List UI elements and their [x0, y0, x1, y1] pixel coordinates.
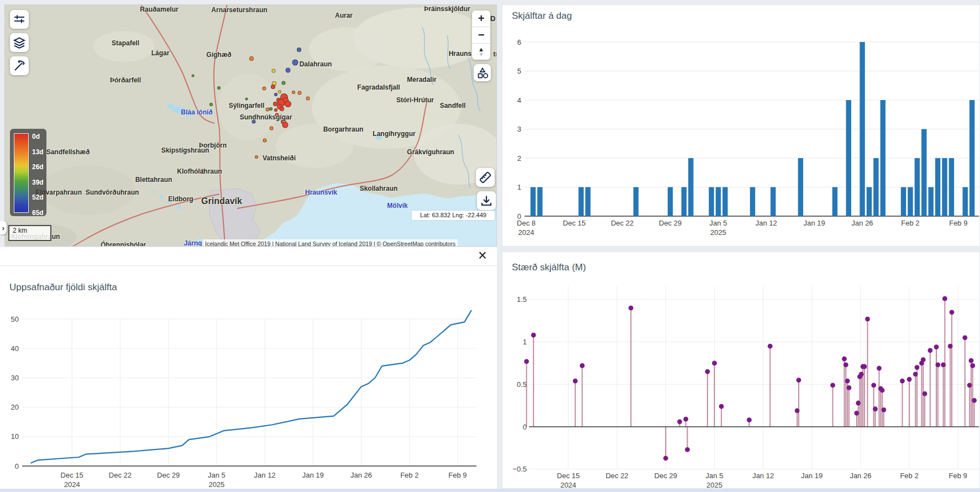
charts-header-bar: × — [0, 247, 497, 266]
map-shapes-button[interactable] — [474, 64, 491, 81]
earthquake-marker[interactable] — [217, 86, 221, 90]
map-place-label: Lágar — [151, 49, 170, 57]
line-chart-title: Uppsafnaður fjöldi skjálfta — [9, 282, 117, 293]
map-zoom-control: + − ▲ ▼ — [472, 11, 490, 60]
sidebar-expander[interactable]: › — [0, 221, 7, 234]
map-place-label: Vatnsheiði — [263, 154, 296, 162]
earthquake-marker[interactable] — [286, 68, 291, 73]
earthquake-marker[interactable] — [280, 107, 284, 111]
cumulative-quakes-panel: Uppsafnaður fjöldi skjálfta Dec 152024De… — [0, 265, 497, 489]
zoom-out-button[interactable]: − — [472, 27, 490, 44]
map-place-label: Grindavík — [201, 196, 242, 206]
earthquake-marker[interactable] — [192, 75, 195, 77]
map-place-label: Skollahraun — [360, 185, 398, 192]
svg-text:Jan 26: Jan 26 — [852, 219, 873, 227]
earthquake-marker[interactable] — [297, 48, 301, 52]
svg-text:Dec 29: Dec 29 — [157, 471, 180, 479]
map-place-label: Bláa lónið — [181, 108, 212, 116]
close-button[interactable]: × — [475, 248, 490, 263]
clipped-map-label: D — [490, 14, 495, 23]
earthquake-marker[interactable] — [245, 98, 248, 101]
earthquake-dashboard: RauðamelurArnarseturshraunAurarÞráinsskj… — [0, 0, 980, 492]
svg-text:Jan 26: Jan 26 — [350, 471, 372, 479]
svg-text:50: 50 — [11, 315, 19, 323]
map-place-label: Óbrennishólar — [101, 241, 146, 247]
svg-text:Jan 5: Jan 5 — [706, 472, 724, 480]
svg-text:Dec 29: Dec 29 — [654, 472, 677, 480]
pan-buttons[interactable]: ▲ ▼ — [472, 44, 490, 60]
svg-text:1: 1 — [517, 183, 521, 191]
legend-label: 26d — [32, 163, 44, 171]
earthquake-marker[interactable] — [263, 139, 267, 143]
map-eruption-tool-button[interactable] — [10, 56, 29, 75]
earthquake-marker[interactable] — [266, 108, 270, 112]
map-place-label: Eldborg — [168, 195, 193, 203]
map-place-label: Meradalir — [407, 76, 436, 83]
legend-label: 52d — [32, 193, 44, 201]
map-place-label: Grákvíguhraun — [407, 148, 454, 156]
daily-quakes-bar-chart[interactable]: 0123456Dec 82024Dec 15Dec 22Dec 29Jan 52… — [502, 5, 979, 246]
map-measure-button[interactable] — [476, 168, 495, 187]
svg-text:6: 6 — [517, 38, 521, 46]
legend-label: 39d — [32, 179, 44, 186]
pan-down-icon: ▼ — [478, 52, 484, 57]
ruler-icon — [479, 171, 492, 184]
map-place-label: Stóri-Hrútur — [396, 96, 434, 104]
svg-text:−0.5: −0.5 — [512, 465, 527, 473]
earthquake-marker[interactable] — [278, 90, 281, 93]
earthquake-marker[interactable] — [274, 108, 277, 112]
svg-text:Dec 15: Dec 15 — [557, 472, 580, 480]
svg-text:1.5: 1.5 — [517, 295, 527, 303]
earthquake-marker[interactable] — [209, 103, 213, 106]
svg-text:Feb 9: Feb 9 — [949, 219, 967, 227]
earthquake-marker[interactable] — [282, 81, 286, 85]
svg-text:2025: 2025 — [710, 228, 726, 237]
svg-text:Dec 29: Dec 29 — [659, 219, 682, 227]
earthquake-marker[interactable] — [274, 93, 277, 96]
earthquake-marker[interactable] — [292, 91, 295, 94]
earthquake-marker[interactable] — [269, 107, 272, 111]
svg-text:10: 10 — [11, 432, 19, 441]
earthquake-marker[interactable] — [270, 127, 274, 130]
earthquake-marker[interactable] — [272, 69, 276, 73]
earthquake-marker[interactable] — [271, 85, 275, 89]
legend-label: 0d — [32, 133, 40, 140]
svg-text:Jan 19: Jan 19 — [801, 472, 822, 480]
svg-text:Jan 5: Jan 5 — [208, 471, 226, 479]
map-place-label: Dalahraun — [300, 60, 332, 68]
legend-label: 13d — [32, 148, 44, 156]
svg-text:2024: 2024 — [560, 481, 577, 488]
earthquake-marker[interactable] — [285, 101, 291, 107]
map-layers-button[interactable] — [10, 33, 29, 52]
stem-chart-title: Stærð skjálfta (M) — [512, 262, 586, 273]
map-place-label: Hraunsvík — [305, 189, 337, 196]
magnitude-stem-chart[interactable]: Dec 152024Dec 22Dec 29Jan 52025Jan 12Jan… — [502, 252, 979, 488]
map-place-label: Sundhnúksgígar — [240, 113, 292, 121]
map-panel[interactable]: RauðamelurArnarseturshraunAurarÞráinsskj… — [4, 4, 497, 247]
cumulative-line-chart[interactable]: Dec 152024Dec 22Dec 29Jan 52025Jan 12Jan… — [0, 265, 497, 489]
earthquake-marker[interactable] — [263, 87, 266, 91]
earthquake-marker[interactable] — [273, 102, 277, 106]
svg-text:20: 20 — [11, 403, 19, 411]
colorbar-gradient — [14, 133, 29, 213]
svg-text:0.5: 0.5 — [517, 380, 527, 389]
earthquake-marker[interactable] — [249, 56, 254, 61]
map-place-label: Klofhólahraun — [177, 168, 222, 175]
map-download-button[interactable] — [477, 191, 496, 210]
earthquake-marker[interactable] — [255, 155, 258, 159]
svg-text:Jan 5: Jan 5 — [710, 219, 727, 227]
map-place-label: Sýlingarfell — [229, 102, 265, 109]
earthquake-marker[interactable] — [306, 97, 310, 101]
bottom-strip — [0, 489, 980, 492]
map-filter-button[interactable] — [10, 10, 29, 29]
svg-text:40: 40 — [11, 344, 19, 353]
map-place-label: Mölvík — [387, 202, 407, 210]
magnitude-panel: Stærð skjálfta (M) Dec 152024Dec 22Dec 2… — [502, 252, 980, 489]
zoom-in-button[interactable]: + — [472, 11, 490, 27]
map-place-label: tn — [493, 50, 497, 58]
map-place-label: Blettahraun — [135, 176, 172, 184]
earthquake-marker[interactable] — [298, 91, 302, 95]
earthquake-marker[interactable] — [282, 122, 289, 128]
daily-quakes-panel: Skjálftar á dag 0123456Dec 82024Dec 15De… — [502, 4, 980, 247]
earthquake-marker[interactable] — [292, 60, 298, 66]
